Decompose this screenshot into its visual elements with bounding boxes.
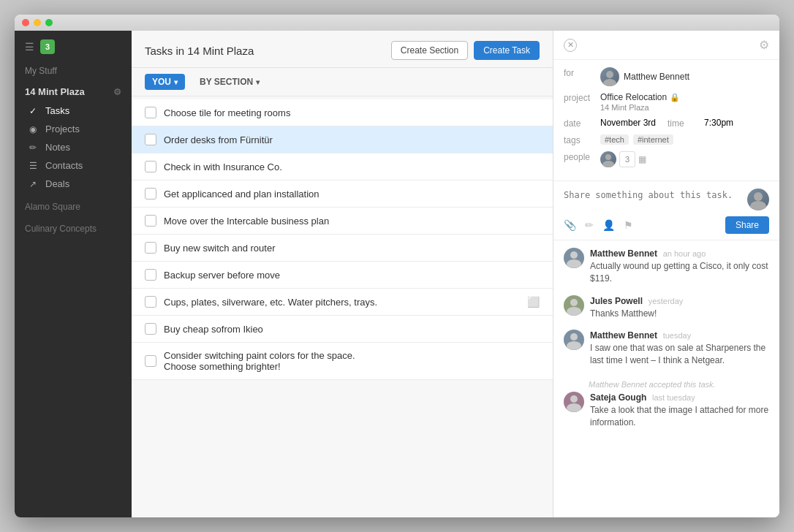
meta-row-people: people 3 ▦ (564, 151, 769, 167)
close-dot[interactable] (22, 19, 29, 26)
flag-icon[interactable]: ⚑ (624, 219, 633, 231)
task-checkbox[interactable] (145, 161, 156, 172)
task-checkbox[interactable] (145, 242, 156, 254)
task-item[interactable]: Move over the Intercable business plan (132, 208, 553, 235)
sidebar-item-tasks[interactable]: ✓ Tasks (15, 102, 132, 120)
task-item[interactable]: Cups, plates, silverware, etc. Water pit… (132, 289, 553, 316)
task-text: Order desks from Fürnitür (164, 134, 540, 145)
task-item[interactable]: Buy cheap sofrom Ikieo (132, 316, 553, 343)
grid-icon: ▦ (638, 154, 646, 164)
comment-text: I saw one that was on sale at Sharpeners… (590, 342, 769, 367)
svg-point-11 (567, 341, 581, 350)
project-name: Office Relocation (600, 92, 667, 102)
alamo-square-label[interactable]: Alamo Square (15, 193, 132, 215)
comment-entry: Sateja Gough last tuesday Take a look th… (564, 392, 769, 429)
comment-body: Jules Powell yesterday Thanks Matthew! (590, 295, 769, 320)
task-checkbox[interactable] (145, 215, 156, 227)
sidebar-item-notes[interactable]: ✏ Notes (15, 138, 132, 156)
culinary-concepts-label[interactable]: Culinary Concepts (15, 215, 132, 237)
main-header: Tasks in 14 Mint Plaza Create Section Cr… (132, 31, 553, 68)
comment-entry: Jules Powell yesterday Thanks Matthew! (564, 295, 769, 320)
task-item[interactable]: Get applicanced and plan installation (132, 180, 553, 208)
comment-author: Matthew Bennet (590, 330, 657, 341)
comment-time: an hour ago (663, 249, 706, 258)
check-icon: ✓ (29, 106, 39, 116)
task-text: Cups, plates, silverware, etc. Water pit… (164, 297, 520, 308)
comment-entry: Matthew Bennet tuesday I saw one that wa… (564, 330, 769, 367)
meta-row-date: date November 3rd time 7:30pm (564, 118, 769, 129)
meta-row-tags: tags #tech #internet (564, 134, 769, 145)
commenter-avatar (564, 295, 584, 316)
comment-time: last tuesday (652, 393, 695, 402)
task-text: Get applicanced and plan installation (164, 189, 540, 200)
sidebar-item-deals[interactable]: ↗ Deals (15, 175, 132, 193)
comment-toolbar: 📎 ✏ 👤 ⚑ Share (564, 216, 769, 234)
task-checkbox[interactable] (145, 107, 156, 118)
task-checkbox[interactable] (145, 134, 156, 145)
task-item[interactable]: Order desks from Fürnitür (132, 126, 553, 153)
comment-text: Actually wound up getting a Cisco, it on… (590, 260, 769, 285)
svg-point-4 (754, 192, 763, 201)
task-item[interactable]: Consider switching paint colors for the … (132, 343, 553, 380)
comment-author: Jules Powell (590, 296, 643, 306)
task-checkbox[interactable] (145, 323, 156, 335)
attach-icon[interactable]: 📎 (564, 219, 576, 231)
tag-tech[interactable]: #tech (600, 134, 629, 145)
detail-meta: for Matthew Bennett project Office Reloc… (553, 60, 779, 181)
share-button[interactable]: Share (725, 216, 769, 234)
comment-tools: 📎 ✏ 👤 ⚑ (564, 219, 633, 231)
tag-internet[interactable]: #internet (633, 134, 673, 145)
project-gear-icon[interactable]: ⚙ (113, 87, 121, 97)
date-value: November 3rd (600, 118, 656, 128)
comment-body: Sateja Gough last tuesday Take a look th… (590, 392, 769, 429)
comment-input[interactable] (564, 187, 741, 203)
create-task-button[interactable]: Create Task (474, 41, 540, 60)
task-item[interactable]: Choose tile for meeting rooms (132, 99, 553, 126)
menu-icon[interactable]: ☰ (25, 41, 34, 53)
comment-text: Take a look that the image I attached fo… (590, 404, 769, 429)
task-checkbox[interactable] (145, 355, 156, 367)
my-stuff-label: My Stuff (15, 63, 132, 82)
task-checkbox[interactable] (145, 296, 156, 308)
notes-icon: ✏ (29, 142, 39, 153)
svg-point-9 (567, 307, 581, 316)
detail-gear-icon[interactable]: ⚙ (759, 38, 769, 52)
svg-point-5 (750, 201, 766, 210)
sidebar-project-name: 14 Mint Plaza ⚙ (15, 82, 132, 102)
comment-author: Sateja Gough (590, 392, 646, 403)
task-checkbox[interactable] (145, 188, 156, 200)
people-count-badge: 3 (619, 151, 635, 167)
task-item[interactable]: Backup server before move (132, 262, 553, 289)
task-text: Buy new switch and router (164, 243, 540, 254)
assignee-avatar (600, 67, 619, 86)
detail-close-button[interactable]: ✕ (564, 39, 577, 52)
deals-icon: ↗ (29, 179, 39, 189)
people-row: 3 ▦ (600, 151, 646, 167)
commenter-avatar (564, 248, 584, 268)
sidebar-item-contacts[interactable]: ☰ Contacts (15, 156, 132, 175)
task-item[interactable]: Check in with Insurance Co. (132, 153, 553, 180)
task-text: Backup server before move (164, 270, 540, 281)
person-avatar (600, 151, 616, 167)
commenter-avatar (564, 330, 584, 350)
you-caret-icon: ▾ (174, 78, 178, 86)
pencil-icon[interactable]: ✏ (585, 219, 594, 231)
maximize-dot[interactable] (45, 19, 53, 26)
task-checkbox[interactable] (145, 269, 156, 281)
filter-you-button[interactable]: YOU ▾ (145, 74, 185, 90)
filter-section-button[interactable]: BY SECTION ▾ (192, 74, 267, 90)
create-section-button[interactable]: Create Section (391, 41, 468, 60)
main-content: Tasks in 14 Mint Plaza Create Section Cr… (132, 31, 553, 517)
svg-point-2 (605, 154, 611, 160)
svg-point-13 (567, 403, 581, 412)
sidebar-item-projects[interactable]: ◉ Projects (15, 120, 132, 138)
task-item[interactable]: Buy new switch and router (132, 235, 553, 262)
task-text: Consider switching paint colors for the … (164, 350, 540, 372)
task-text: Choose tile for meeting rooms (164, 107, 540, 118)
sidebar-header: ☰ 3 (15, 31, 132, 63)
person-icon[interactable]: 👤 (602, 219, 615, 231)
svg-point-10 (570, 333, 578, 341)
svg-point-3 (602, 161, 614, 167)
minimize-dot[interactable] (34, 19, 41, 26)
time-value: 7:30pm (704, 118, 733, 128)
